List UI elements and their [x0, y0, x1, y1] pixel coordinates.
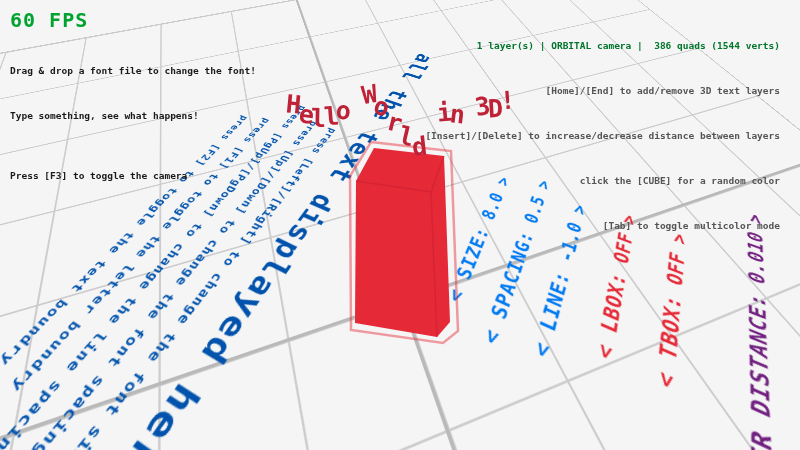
instruction-line: Drag & drop a font file to change the fo…: [10, 63, 256, 78]
status-block: 1 layer(s) | ORBITAL camera | 386 quads …: [425, 8, 780, 263]
status-line: 1 layer(s) | ORBITAL camera | 386 quads …: [425, 38, 780, 53]
instruction-line: Type something, see what happens!: [10, 108, 256, 123]
key-help-line: [Home]/[End] to add/remove 3D text layer…: [425, 83, 780, 98]
raylib-3d-text-demo-window: press [F2] to toggle the text boundrypre…: [0, 0, 800, 450]
fps-counter: 60 FPS: [10, 8, 88, 32]
key-help-line: [Insert]/[Delete] to increase/decrease d…: [425, 128, 780, 143]
key-help-line: click the [CUBE] for a random color: [425, 173, 780, 188]
key-help-line: [Tab] to toggle multicolor mode: [425, 218, 780, 233]
instructions-block: Drag & drop a font file to change the fo…: [10, 33, 256, 213]
instruction-line: Press [F3] to toggle the camera: [10, 168, 256, 183]
